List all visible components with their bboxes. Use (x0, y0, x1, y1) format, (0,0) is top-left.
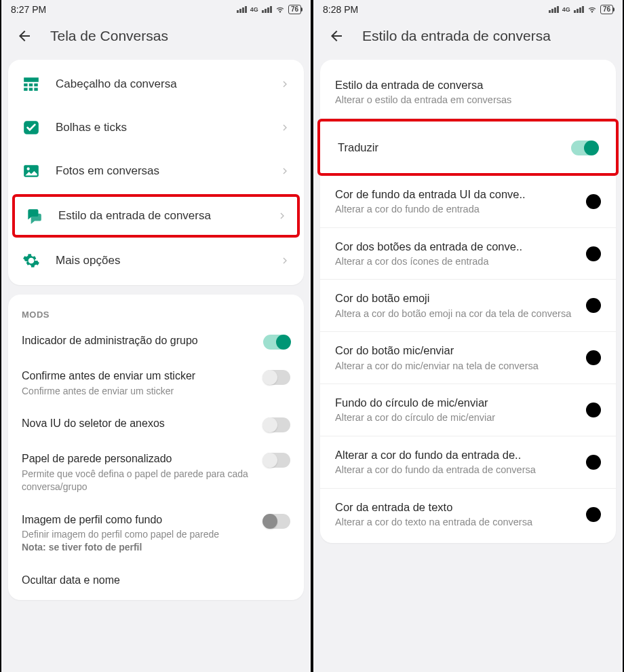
back-icon[interactable] (16, 28, 33, 44)
nav-item-conversation-header[interactable]: Cabeçalho da conversa (8, 62, 304, 106)
svg-rect-6 (34, 88, 37, 90)
section-header: MODS (8, 297, 304, 324)
mod-title: Papel de parede personalizado (22, 451, 254, 466)
color-swatch[interactable] (586, 507, 601, 522)
network-label: 4G (250, 6, 258, 13)
chevron-right-icon (277, 210, 288, 221)
mod-title: Confirme antes de enviar um sticker (22, 369, 254, 384)
svg-point-9 (27, 168, 30, 170)
color-swatch[interactable] (586, 455, 601, 470)
app-header: Tela de Conversas (1, 19, 311, 53)
signal-icon-2 (574, 6, 584, 13)
battery-icon: 76 (600, 5, 613, 14)
setting-subtitle: Alterar a cor do círculo de mic/enviar (335, 411, 577, 425)
setting-color-buttons[interactable]: Cor dos botões da entrada de conve.. Alt… (320, 228, 616, 280)
mod-title: Imagem de perfil como fundo (22, 512, 254, 527)
signal-icon-2 (262, 6, 272, 13)
setting-title: Cor da entrada de texto (335, 500, 577, 515)
signal-icon (237, 6, 247, 13)
nav-label: Mais opções (56, 254, 265, 267)
status-bar: 8:28 PM 4G 76 (313, 0, 623, 19)
setting-title: Cor dos botões da entrada de conve.. (335, 239, 577, 254)
svg-rect-4 (24, 88, 27, 90)
page-title: Estilo da entrada de conversa (362, 28, 551, 44)
setting-subtitle: Alterar a cor do mic/enviar na tela de c… (335, 360, 577, 373)
color-swatch[interactable] (586, 403, 601, 417)
toggle-switch[interactable] (263, 370, 290, 385)
mod-title: Ocultar data e nome (22, 573, 290, 588)
mod-subtitle: Definir imagem do perfil como papel de p… (22, 528, 254, 541)
svg-rect-3 (34, 83, 37, 86)
highlight-translate: Traduzir (317, 119, 619, 176)
back-icon[interactable] (328, 28, 345, 44)
settings-card: Estilo da entrada de conversa Alterar o … (320, 60, 616, 543)
color-swatch[interactable] (586, 298, 601, 313)
mods-card: MODS Indicador de administração do grupo… (8, 295, 304, 600)
setting-color-mic-send[interactable]: Cor do botão mic/enviar Alterar a cor do… (320, 332, 616, 384)
clock: 8:27 PM (11, 4, 46, 15)
chevron-right-icon (279, 255, 290, 266)
nav-label: Estilo da entrada de conversa (58, 209, 262, 223)
chevron-right-icon (279, 122, 290, 133)
mod-custom-wallpaper[interactable]: Papel de parede personalizado Permite qu… (8, 442, 304, 502)
color-swatch[interactable] (586, 194, 601, 209)
toggle-switch[interactable] (263, 335, 290, 350)
setting-color-emoji-btn[interactable]: Cor do botão emoji Altera a cor do botão… (320, 280, 616, 332)
toggle-switch[interactable] (263, 453, 290, 468)
gear-icon (22, 251, 41, 270)
signal-icon (549, 6, 559, 13)
app-header: Estilo da entrada de conversa (313, 19, 623, 53)
mod-title: Indicador de administração do grupo (22, 333, 254, 348)
setting-subtitle: Alterar a cor do texto na entrada de con… (335, 516, 577, 529)
setting-title: Cor de fundo da entrada UI da conve.. (335, 187, 577, 202)
setting-input-style[interactable]: Estilo da entrada de conversa Alterar o … (320, 67, 616, 119)
svg-rect-1 (24, 83, 27, 86)
color-swatch[interactable] (586, 246, 601, 261)
setting-title: Cor do botão mic/enviar (335, 343, 577, 358)
image-icon (22, 162, 41, 181)
mod-subtitle: Permite que você defina o papel de pared… (22, 468, 254, 493)
svg-rect-0 (24, 77, 39, 82)
toggle-switch[interactable] (263, 417, 290, 432)
toggle-switch[interactable] (571, 141, 598, 155)
setting-subtitle: Alterar a cor dos ícones de entrada (335, 255, 577, 269)
clock: 8:28 PM (323, 4, 358, 15)
nav-label: Bolhas e ticks (56, 121, 265, 134)
toggle-switch[interactable] (263, 514, 290, 529)
grid-icon (22, 75, 41, 94)
chat-icon (24, 206, 43, 225)
mod-hide-date-name[interactable]: Ocultar data e nome (8, 563, 304, 597)
status-bar: 8:27 PM 4G 76 (1, 0, 311, 19)
mod-new-attachment-ui[interactable]: Nova IU do seletor de anexos (8, 407, 304, 442)
mod-profile-image-bg[interactable]: Imagem de perfil como fundo Definir imag… (8, 503, 304, 563)
setting-subtitle: Altera a cor do botão emoji na cor da te… (335, 307, 577, 321)
color-swatch[interactable] (586, 350, 601, 365)
wifi-icon (587, 4, 598, 15)
checkbox-icon (22, 118, 41, 137)
mod-admin-indicator[interactable]: Indicador de administração do grupo (8, 324, 304, 359)
mod-subtitle: Confirme antes de enviar um sticker (22, 385, 254, 398)
setting-title: Traduzir (338, 140, 562, 155)
nav-label: Cabeçalho da conversa (56, 77, 265, 91)
nav-item-photos-in-chat[interactable]: Fotos em conversas (8, 149, 304, 193)
setting-subtitle: Alterar a cor do fundo de entrada (335, 203, 577, 217)
battery-icon: 76 (288, 5, 301, 14)
nav-item-more-options[interactable]: Mais opções (8, 239, 304, 282)
setting-title: Alterar a cor do fundo da entrada de.. (335, 447, 577, 462)
setting-title: Fundo do círculo de mic/enviar (335, 395, 577, 410)
setting-subtitle: Alterar o estilo da entrada em conversas (335, 94, 601, 107)
setting-translate[interactable]: Traduzir (320, 127, 616, 168)
chevron-right-icon (279, 166, 290, 176)
mod-confirm-sticker[interactable]: Confirme antes de enviar um sticker Conf… (8, 359, 304, 407)
nav-card: Cabeçalho da conversa Bolhas e ticks Fot… (8, 60, 304, 285)
nav-item-input-style[interactable]: Estilo da entrada de conversa (12, 194, 300, 238)
setting-color-mic-circle[interactable]: Fundo do círculo de mic/enviar Alterar a… (320, 384, 616, 436)
setting-color-text[interactable]: Cor da entrada de texto Alterar a cor do… (320, 489, 616, 540)
setting-color-input-bg2[interactable]: Alterar a cor do fundo da entrada de.. A… (320, 436, 616, 489)
setting-title: Cor do botão emoji (335, 291, 577, 305)
svg-rect-2 (29, 83, 33, 86)
mod-title: Nova IU do seletor de anexos (22, 416, 254, 431)
chevron-right-icon (279, 79, 290, 90)
nav-item-bubbles-ticks[interactable]: Bolhas e ticks (8, 106, 304, 149)
setting-color-input-bg[interactable]: Cor de fundo da entrada UI da conve.. Al… (320, 176, 616, 228)
